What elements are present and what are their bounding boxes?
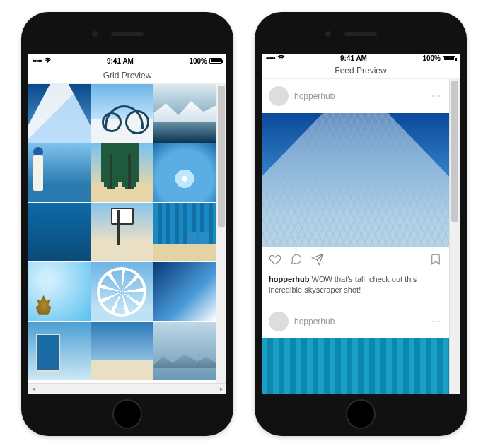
page-title: Feed Preview xyxy=(262,62,460,79)
phone-camera-dot xyxy=(92,31,98,37)
phone-camera-dot xyxy=(325,31,331,37)
battery-icon xyxy=(443,56,455,61)
bookmark-icon[interactable] xyxy=(429,253,442,269)
screen-left: ••••• 9:41 AM 100% Grid Preview xyxy=(28,54,226,394)
phone-speaker xyxy=(111,32,144,36)
post-header: hopperhub ⋯ xyxy=(262,79,449,113)
photo-grid xyxy=(28,84,216,380)
status-bar: ••••• 9:41 AM 100% xyxy=(28,54,226,67)
battery-pct: 100% xyxy=(422,54,441,62)
grid-tile[interactable] xyxy=(91,84,153,143)
post-username[interactable]: hopperhub xyxy=(294,317,335,326)
caption-username[interactable]: hopperhub xyxy=(269,275,309,283)
signal-icon: ••••• xyxy=(266,54,275,62)
grid-tile[interactable] xyxy=(91,203,153,261)
grid-tile[interactable] xyxy=(28,322,91,380)
comment-icon[interactable] xyxy=(290,253,303,269)
grid-tile[interactable] xyxy=(28,143,91,202)
grid-tile[interactable] xyxy=(91,262,153,321)
grid-tile[interactable] xyxy=(28,84,91,143)
scroll-right-icon[interactable]: ▸ xyxy=(216,385,226,392)
battery-icon xyxy=(209,58,222,64)
grid-tile[interactable] xyxy=(91,322,153,380)
signal-icon: ••••• xyxy=(33,57,42,65)
scroll-left-icon[interactable]: ◂ xyxy=(28,385,38,392)
status-time: 9:41 AM xyxy=(107,57,134,65)
battery-pct: 100% xyxy=(189,57,207,65)
home-button[interactable] xyxy=(112,399,142,429)
post-username[interactable]: hopperhub xyxy=(294,91,335,101)
feed-viewport[interactable]: hopperhub ⋯ hopperhub WOW that's tall, c… xyxy=(262,79,449,394)
page-title: Grid Preview xyxy=(28,67,226,84)
grid-tile[interactable] xyxy=(28,262,91,321)
horizontal-scrollbar[interactable]: ◂ ▸ xyxy=(28,383,226,394)
wifi-icon xyxy=(44,57,52,65)
post-header: hopperhub ⋯ xyxy=(262,305,449,338)
post-caption: hopperhub WOW that's tall, check out thi… xyxy=(262,274,449,305)
avatar[interactable] xyxy=(269,312,289,331)
status-bar: ••••• 9:41 AM 100% xyxy=(262,54,460,62)
grid-tile[interactable] xyxy=(153,322,216,380)
post-menu-icon[interactable]: ⋯ xyxy=(431,316,442,327)
status-time: 9:41 AM xyxy=(340,54,367,62)
post-menu-icon[interactable]: ⋯ xyxy=(431,90,442,102)
grid-tile[interactable] xyxy=(153,262,216,321)
wifi-icon xyxy=(277,54,285,62)
phone-frame-left: ••••• 9:41 AM 100% Grid Preview xyxy=(21,12,233,436)
vertical-scrollbar[interactable] xyxy=(216,84,226,383)
scroll-thumb[interactable] xyxy=(451,81,458,222)
grid-tile[interactable] xyxy=(91,143,153,202)
grid-viewport[interactable] xyxy=(28,84,216,383)
like-icon[interactable] xyxy=(269,253,281,269)
grid-tile[interactable] xyxy=(153,203,216,261)
screen-right: ••••• 9:41 AM 100% Feed Preview hopperhu… xyxy=(262,54,460,394)
phone-speaker xyxy=(344,32,377,36)
phone-frame-right: ••••• 9:41 AM 100% Feed Preview hopperhu… xyxy=(255,12,467,436)
post-image[interactable] xyxy=(262,113,449,247)
post-actions xyxy=(262,247,449,274)
scroll-thumb[interactable] xyxy=(218,86,225,227)
grid-tile[interactable] xyxy=(153,143,216,202)
share-icon[interactable] xyxy=(311,253,324,269)
avatar[interactable] xyxy=(269,86,289,106)
post-image[interactable] xyxy=(262,338,449,394)
feed-post: hopperhub ⋯ hopperhub WOW that's tall, c… xyxy=(262,79,449,305)
grid-tile[interactable] xyxy=(153,84,216,143)
feed-post: hopperhub ⋯ xyxy=(262,305,449,394)
vertical-scrollbar[interactable] xyxy=(449,79,460,394)
grid-tile[interactable] xyxy=(28,203,91,261)
home-button[interactable] xyxy=(346,399,376,429)
